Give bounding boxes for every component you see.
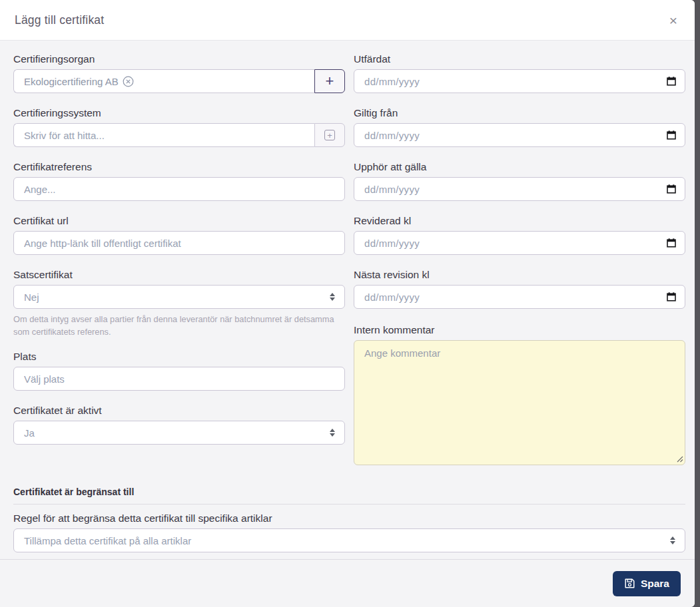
- satscertifikat-label: Satscertifikat: [13, 269, 345, 281]
- field-aktivt: Certifikatet är aktivt Ja: [13, 405, 345, 445]
- certifieringsorgan-input[interactable]: Ekologicertifiering AB: [13, 69, 314, 93]
- calendar-icon[interactable]: [666, 130, 677, 140]
- utfardat-label: Utfärdat: [354, 53, 685, 65]
- certifikat-url-label: Certifikat url: [13, 215, 345, 227]
- plats-input[interactable]: [13, 367, 345, 391]
- date-placeholder: dd/mm/yyyy: [364, 238, 420, 249]
- save-floppy-icon: [624, 578, 635, 589]
- form-right-column: Utfärdat dd/mm/yyyy Giltig från: [354, 53, 685, 465]
- chip-label: Ekologicertifiering AB: [24, 76, 119, 87]
- field-giltig-fran: Giltig från dd/mm/yyyy: [354, 107, 685, 147]
- restriction-rule-select[interactable]: Tillämpa detta certifikat på alla artikl…: [13, 528, 685, 552]
- add-certifieringsorgan-button[interactable]: +: [314, 69, 345, 93]
- save-button-label: Spara: [641, 578, 669, 590]
- modal-title: Lägg till certifikat: [15, 13, 104, 27]
- add-certifieringssystem-button[interactable]: +: [314, 123, 345, 147]
- resize-handle-icon[interactable]: [677, 456, 683, 463]
- field-certifieringsorgan: Certifieringsorgan Ekologicertifiering A…: [13, 53, 345, 93]
- date-placeholder: dd/mm/yyyy: [364, 130, 420, 141]
- calendar-icon[interactable]: [666, 292, 677, 302]
- certifikatreferens-label: Certifikatreferens: [13, 161, 345, 173]
- aktivt-select[interactable]: Ja: [13, 421, 345, 445]
- intern-kommentar-label: Intern kommentar: [354, 324, 685, 336]
- remove-chip-icon[interactable]: [123, 76, 134, 87]
- certifieringssystem-input[interactable]: [13, 123, 314, 147]
- calendar-icon[interactable]: [666, 184, 677, 194]
- nasta-revision-kl-label: Nästa revision kl: [354, 269, 685, 281]
- select-arrows-icon: [330, 429, 335, 437]
- restriction-rule-label: Regel för att begränsa detta certifikat …: [13, 512, 685, 524]
- field-certifieringssystem: Certifieringssystem +: [13, 107, 345, 147]
- background-page-edge: [695, 0, 700, 607]
- satscertifikat-value: Nej: [24, 292, 39, 303]
- plats-label: Plats: [13, 351, 345, 363]
- date-placeholder: dd/mm/yyyy: [364, 292, 420, 303]
- aktivt-label: Certifikatet är aktivt: [13, 405, 345, 417]
- nasta-revision-kl-date-input[interactable]: dd/mm/yyyy: [354, 285, 685, 309]
- close-icon[interactable]: ×: [667, 12, 680, 29]
- restriction-heading: Certifikatet är begränsat till: [13, 487, 685, 497]
- reviderad-kl-label: Reviderad kl: [354, 215, 685, 227]
- field-certifikat-url: Certifikat url: [13, 215, 345, 255]
- modal-body: Certifieringsorgan Ekologicertifiering A…: [0, 41, 695, 559]
- modal-header: Lägg till certifikat ×: [0, 0, 695, 41]
- field-plats: Plats: [13, 351, 345, 391]
- field-utfardat: Utfärdat dd/mm/yyyy: [354, 53, 685, 93]
- certifieringsorgan-label: Certifieringsorgan: [13, 53, 345, 65]
- modal-footer: Spara: [0, 559, 695, 607]
- certifieringssystem-label: Certifieringssystem: [13, 107, 345, 119]
- satscertifikat-select[interactable]: Nej: [13, 285, 345, 309]
- date-placeholder: dd/mm/yyyy: [364, 76, 420, 87]
- certifikatreferens-input[interactable]: [13, 177, 345, 201]
- section-divider: [13, 504, 685, 505]
- certifieringsorgan-selected-chip: Ekologicertifiering AB: [24, 76, 134, 87]
- form-left-column: Certifieringsorgan Ekologicertifiering A…: [13, 53, 345, 459]
- giltig-fran-label: Giltig från: [354, 107, 685, 119]
- reviderad-kl-date-input[interactable]: dd/mm/yyyy: [354, 231, 685, 255]
- upphor-att-galla-date-input[interactable]: dd/mm/yyyy: [354, 177, 685, 201]
- boxed-plus-icon: +: [324, 130, 335, 140]
- field-satscertifikat: Satscertifikat Nej Om detta intyg avser …: [13, 269, 345, 338]
- field-nasta-revision-kl: Nästa revision kl dd/mm/yyyy: [354, 269, 685, 309]
- field-certifikatreferens: Certifikatreferens: [13, 161, 345, 201]
- upphor-att-galla-label: Upphör att gälla: [354, 161, 685, 173]
- calendar-icon[interactable]: [666, 238, 677, 248]
- field-intern-kommentar: Intern kommentar: [354, 324, 685, 465]
- field-reviderad-kl: Reviderad kl dd/mm/yyyy: [354, 215, 685, 255]
- restriction-rule-value: Tillämpa detta certifikat på alla artikl…: [24, 535, 191, 546]
- certifikat-url-input[interactable]: [13, 231, 345, 255]
- select-arrows-icon: [330, 293, 335, 301]
- field-upphor-att-galla: Upphör att gälla dd/mm/yyyy: [354, 161, 685, 201]
- plus-icon: +: [326, 73, 334, 90]
- utfardat-date-input[interactable]: dd/mm/yyyy: [354, 69, 685, 93]
- select-arrows-icon: [670, 536, 675, 544]
- restriction-section: Certifikatet är begränsat till Regel för…: [13, 487, 685, 552]
- date-placeholder: dd/mm/yyyy: [364, 184, 420, 195]
- aktivt-value: Ja: [24, 427, 35, 439]
- calendar-icon[interactable]: [666, 76, 677, 87]
- satscertifikat-help-text: Om detta intyg avser alla partier från d…: [13, 313, 336, 338]
- save-button[interactable]: Spara: [613, 571, 681, 596]
- giltig-fran-date-input[interactable]: dd/mm/yyyy: [354, 123, 685, 147]
- intern-kommentar-textarea[interactable]: [354, 340, 685, 465]
- add-certificate-modal: Lägg till certifikat × Certifieringsorga…: [0, 0, 695, 607]
